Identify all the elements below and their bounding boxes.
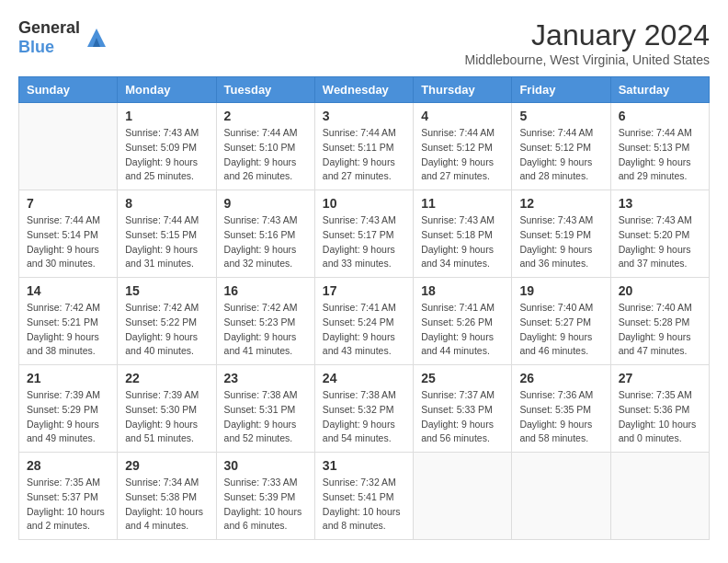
day-number: 15 bbox=[125, 283, 208, 298]
day-info: Sunrise: 7:39 AMSunset: 5:30 PMDaylight:… bbox=[125, 388, 208, 446]
logo-blue-text: Blue bbox=[18, 38, 54, 56]
calendar-cell: 21Sunrise: 7:39 AMSunset: 5:29 PMDayligh… bbox=[19, 365, 118, 453]
day-number: 18 bbox=[421, 283, 504, 298]
calendar-cell: 17Sunrise: 7:41 AMSunset: 5:24 PMDayligh… bbox=[314, 278, 413, 365]
day-info: Sunrise: 7:42 AMSunset: 5:21 PMDaylight:… bbox=[27, 301, 109, 359]
day-info: Sunrise: 7:44 AMSunset: 5:15 PMDaylight:… bbox=[125, 213, 208, 271]
day-number: 5 bbox=[519, 109, 602, 123]
day-number: 20 bbox=[619, 283, 701, 298]
col-sunday: Sunday bbox=[19, 77, 118, 103]
day-info: Sunrise: 7:43 AMSunset: 5:17 PMDaylight:… bbox=[323, 213, 405, 271]
calendar-cell: 24Sunrise: 7:38 AMSunset: 5:32 PMDayligh… bbox=[314, 365, 413, 453]
logo-icon bbox=[84, 25, 109, 51]
location-title: Middlebourne, West Virginia, United Stat… bbox=[465, 52, 710, 67]
day-info: Sunrise: 7:44 AMSunset: 5:11 PMDaylight:… bbox=[323, 126, 405, 184]
day-number: 1 bbox=[125, 109, 208, 123]
day-number: 25 bbox=[421, 371, 504, 385]
calendar-cell: 31Sunrise: 7:32 AMSunset: 5:41 PMDayligh… bbox=[314, 453, 413, 540]
calendar-cell: 19Sunrise: 7:40 AMSunset: 5:27 PMDayligh… bbox=[512, 278, 610, 365]
day-number: 8 bbox=[125, 196, 208, 211]
col-friday: Friday bbox=[512, 77, 610, 103]
day-number: 31 bbox=[323, 458, 405, 473]
day-number: 13 bbox=[619, 196, 701, 211]
day-info: Sunrise: 7:44 AMSunset: 5:12 PMDaylight:… bbox=[519, 126, 602, 184]
calendar-cell: 15Sunrise: 7:42 AMSunset: 5:22 PMDayligh… bbox=[118, 278, 216, 365]
header-row: Sunday Monday Tuesday Wednesday Thursday… bbox=[19, 77, 710, 103]
calendar-cell bbox=[610, 453, 709, 540]
calendar-cell: 29Sunrise: 7:34 AMSunset: 5:38 PMDayligh… bbox=[118, 453, 216, 540]
day-number: 29 bbox=[125, 458, 208, 473]
day-info: Sunrise: 7:43 AMSunset: 5:19 PMDaylight:… bbox=[519, 213, 602, 271]
page-header: General Blue January 2024 Middlebourne, … bbox=[18, 18, 710, 67]
logo: General Blue bbox=[18, 18, 109, 57]
calendar-cell: 5Sunrise: 7:44 AMSunset: 5:12 PMDaylight… bbox=[512, 103, 610, 190]
col-monday: Monday bbox=[118, 77, 216, 103]
day-number: 6 bbox=[619, 109, 701, 123]
day-info: Sunrise: 7:44 AMSunset: 5:13 PMDaylight:… bbox=[619, 126, 701, 184]
col-wednesday: Wednesday bbox=[314, 77, 413, 103]
month-title: January 2024 bbox=[465, 18, 710, 52]
day-number: 21 bbox=[27, 371, 109, 385]
day-info: Sunrise: 7:44 AMSunset: 5:12 PMDaylight:… bbox=[421, 126, 504, 184]
calendar-cell: 8Sunrise: 7:44 AMSunset: 5:15 PMDaylight… bbox=[118, 190, 216, 278]
day-info: Sunrise: 7:40 AMSunset: 5:27 PMDaylight:… bbox=[519, 301, 602, 359]
day-number: 16 bbox=[224, 283, 307, 298]
calendar-cell bbox=[19, 103, 118, 190]
day-info: Sunrise: 7:40 AMSunset: 5:28 PMDaylight:… bbox=[619, 301, 701, 359]
calendar-cell: 28Sunrise: 7:35 AMSunset: 5:37 PMDayligh… bbox=[19, 453, 118, 540]
day-info: Sunrise: 7:33 AMSunset: 5:39 PMDaylight:… bbox=[224, 476, 307, 534]
day-info: Sunrise: 7:35 AMSunset: 5:37 PMDaylight:… bbox=[27, 476, 109, 534]
week-row-1: 1Sunrise: 7:43 AMSunset: 5:09 PMDaylight… bbox=[19, 103, 710, 190]
col-saturday: Saturday bbox=[610, 77, 709, 103]
day-info: Sunrise: 7:36 AMSunset: 5:35 PMDaylight:… bbox=[519, 388, 602, 446]
week-row-4: 21Sunrise: 7:39 AMSunset: 5:29 PMDayligh… bbox=[19, 365, 710, 453]
day-info: Sunrise: 7:41 AMSunset: 5:24 PMDaylight:… bbox=[323, 301, 405, 359]
week-row-5: 28Sunrise: 7:35 AMSunset: 5:37 PMDayligh… bbox=[19, 453, 710, 540]
day-number: 12 bbox=[519, 196, 602, 211]
day-number: 30 bbox=[224, 458, 307, 473]
calendar-table: Sunday Monday Tuesday Wednesday Thursday… bbox=[18, 76, 710, 540]
title-block: January 2024 Middlebourne, West Virginia… bbox=[465, 18, 710, 67]
day-info: Sunrise: 7:43 AMSunset: 5:09 PMDaylight:… bbox=[125, 126, 208, 184]
day-number: 10 bbox=[323, 196, 405, 211]
day-info: Sunrise: 7:43 AMSunset: 5:16 PMDaylight:… bbox=[224, 213, 307, 271]
calendar-cell: 20Sunrise: 7:40 AMSunset: 5:28 PMDayligh… bbox=[610, 278, 709, 365]
day-number: 17 bbox=[323, 283, 405, 298]
day-number: 9 bbox=[224, 196, 307, 211]
day-number: 27 bbox=[619, 371, 701, 385]
calendar-cell: 23Sunrise: 7:38 AMSunset: 5:31 PMDayligh… bbox=[216, 365, 314, 453]
week-row-2: 7Sunrise: 7:44 AMSunset: 5:14 PMDaylight… bbox=[19, 190, 710, 278]
calendar-cell: 1Sunrise: 7:43 AMSunset: 5:09 PMDaylight… bbox=[118, 103, 216, 190]
day-number: 22 bbox=[125, 371, 208, 385]
day-number: 14 bbox=[27, 283, 109, 298]
day-info: Sunrise: 7:42 AMSunset: 5:22 PMDaylight:… bbox=[125, 301, 208, 359]
day-number: 19 bbox=[519, 283, 602, 298]
calendar-cell: 14Sunrise: 7:42 AMSunset: 5:21 PMDayligh… bbox=[19, 278, 118, 365]
day-info: Sunrise: 7:38 AMSunset: 5:31 PMDaylight:… bbox=[224, 388, 307, 446]
calendar-cell: 16Sunrise: 7:42 AMSunset: 5:23 PMDayligh… bbox=[216, 278, 314, 365]
calendar-cell: 13Sunrise: 7:43 AMSunset: 5:20 PMDayligh… bbox=[610, 190, 709, 278]
day-info: Sunrise: 7:44 AMSunset: 5:14 PMDaylight:… bbox=[27, 213, 109, 271]
calendar-cell: 2Sunrise: 7:44 AMSunset: 5:10 PMDaylight… bbox=[216, 103, 314, 190]
calendar-cell: 18Sunrise: 7:41 AMSunset: 5:26 PMDayligh… bbox=[414, 278, 512, 365]
calendar-cell: 11Sunrise: 7:43 AMSunset: 5:18 PMDayligh… bbox=[414, 190, 512, 278]
day-info: Sunrise: 7:43 AMSunset: 5:18 PMDaylight:… bbox=[421, 213, 504, 271]
calendar-cell: 30Sunrise: 7:33 AMSunset: 5:39 PMDayligh… bbox=[216, 453, 314, 540]
logo-general-text: General bbox=[18, 18, 80, 37]
calendar-cell: 25Sunrise: 7:37 AMSunset: 5:33 PMDayligh… bbox=[414, 365, 512, 453]
col-thursday: Thursday bbox=[414, 77, 512, 103]
calendar-cell: 3Sunrise: 7:44 AMSunset: 5:11 PMDaylight… bbox=[314, 103, 413, 190]
day-info: Sunrise: 7:42 AMSunset: 5:23 PMDaylight:… bbox=[224, 301, 307, 359]
day-number: 26 bbox=[519, 371, 602, 385]
day-info: Sunrise: 7:38 AMSunset: 5:32 PMDaylight:… bbox=[323, 388, 405, 446]
day-number: 3 bbox=[323, 109, 405, 123]
calendar-cell: 7Sunrise: 7:44 AMSunset: 5:14 PMDaylight… bbox=[19, 190, 118, 278]
day-number: 23 bbox=[224, 371, 307, 385]
calendar-cell: 12Sunrise: 7:43 AMSunset: 5:19 PMDayligh… bbox=[512, 190, 610, 278]
calendar-cell: 27Sunrise: 7:35 AMSunset: 5:36 PMDayligh… bbox=[610, 365, 709, 453]
day-number: 11 bbox=[421, 196, 504, 211]
day-info: Sunrise: 7:37 AMSunset: 5:33 PMDaylight:… bbox=[421, 388, 504, 446]
calendar-cell bbox=[512, 453, 610, 540]
day-info: Sunrise: 7:39 AMSunset: 5:29 PMDaylight:… bbox=[27, 388, 109, 446]
day-info: Sunrise: 7:32 AMSunset: 5:41 PMDaylight:… bbox=[323, 476, 405, 534]
